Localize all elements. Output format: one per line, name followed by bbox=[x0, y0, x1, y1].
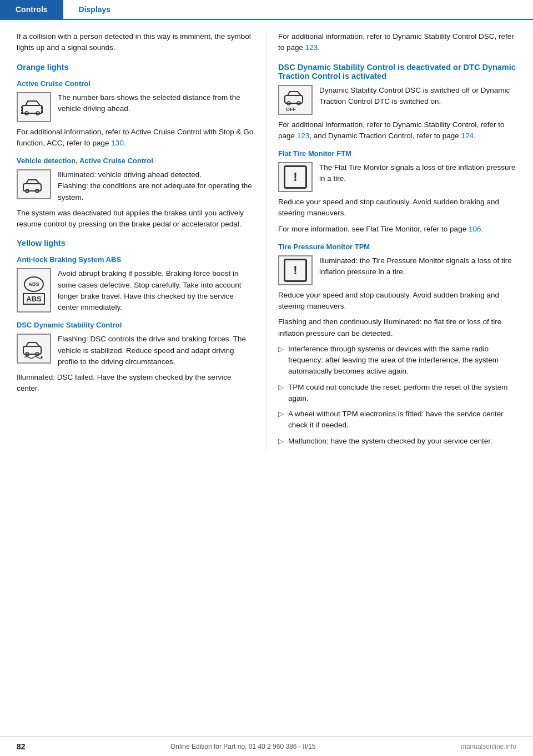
vehicle-detection-text: Illuminated: vehicle driving ahead detec… bbox=[58, 169, 255, 203]
dsc-body-text: Illuminated: DSC failed. Have the system… bbox=[17, 372, 255, 395]
main-content: If a collision with a person detected in… bbox=[0, 20, 533, 451]
abs-circle-icon: ABS bbox=[24, 276, 44, 292]
ftm-icon-text: The Flat Tire Monitor signals a loss of … bbox=[319, 162, 516, 185]
vehicle-detection-block: Illuminated: vehicle driving ahead detec… bbox=[17, 169, 255, 203]
abs-label-icon: ABS bbox=[23, 293, 44, 305]
bottom-bar: 82 Online Edition for Part no. 01 40 2 9… bbox=[0, 736, 533, 756]
tpm-bullet-list: ▷Interference through systems or devices… bbox=[278, 344, 516, 447]
bullet-arrow-icon: ▷ bbox=[278, 382, 284, 405]
tpm-icon: ! bbox=[278, 255, 313, 285]
vehicle-detection-icon bbox=[17, 169, 51, 199]
tpm-exclaim-icon: ! bbox=[284, 259, 307, 282]
abs-icon: ABS ABS bbox=[17, 268, 51, 313]
ftm-ref-label: For more information, see Flat Tire Moni… bbox=[278, 225, 469, 233]
dsc-deactivated-page2-link[interactable]: 124 bbox=[461, 132, 474, 140]
dsc-deactivated-text: Dynamic Stability Control DSC is switche… bbox=[319, 85, 516, 108]
bullet-arrow-icon: ▷ bbox=[278, 436, 284, 447]
acc-ref-text: For additional information, refer to Act… bbox=[17, 127, 255, 149]
vehicle-body-text: The system was deactivated but applies t… bbox=[17, 208, 255, 230]
tab-controls[interactable]: Controls bbox=[0, 0, 63, 19]
tpm-body2: Flashing and then continuously illuminat… bbox=[278, 316, 516, 339]
bullet-text: A wheel without TPM electronics is fitte… bbox=[288, 409, 516, 431]
tpm-block: ! Illuminated: the Tire Pressure Monitor… bbox=[278, 255, 516, 285]
tab-displays-label: Displays bbox=[79, 5, 111, 14]
svg-rect-3 bbox=[41, 107, 43, 109]
svg-rect-5 bbox=[21, 107, 23, 108]
page-number: 82 bbox=[17, 742, 26, 751]
top-navigation: Controls Displays bbox=[0, 0, 533, 20]
intro-text: If a collision with a person detected in… bbox=[17, 31, 255, 54]
dsc-icon-text: Flashing: DSC controls the drive and bra… bbox=[58, 334, 255, 367]
dsc-deactivated-block: OFF Dynamic Stability Control DSC is swi… bbox=[278, 85, 516, 115]
tab-controls-label: Controls bbox=[16, 5, 48, 14]
orange-lights-heading: Orange lights bbox=[17, 63, 255, 72]
right-column: For additional information, refer to Dyn… bbox=[266, 31, 533, 451]
footer-right-text: manualsonline.info bbox=[461, 743, 516, 750]
svg-text:OFF: OFF bbox=[286, 107, 296, 112]
tpm-icon-text: Illuminated: the Tire Pressure Monitor s… bbox=[319, 255, 516, 278]
footer-center-text: Online Edition for Part no. 01 40 2 960 … bbox=[170, 743, 316, 750]
dsc-block: Flashing: DSC controls the drive and bra… bbox=[17, 334, 255, 367]
acc-heading: Active Cruise Control bbox=[17, 79, 255, 88]
svg-rect-4 bbox=[41, 110, 43, 113]
acc-ref-label: For additional information, refer to Act… bbox=[17, 128, 253, 147]
acc-page-link[interactable]: 130 bbox=[111, 139, 124, 147]
acc-block: The number bars shows the selected dista… bbox=[17, 92, 255, 122]
dsc-ref-page-link[interactable]: 123 bbox=[305, 43, 318, 52]
acc-icon-text: The number bars shows the selected dista… bbox=[58, 92, 255, 115]
bullet-arrow-icon: ▷ bbox=[278, 344, 284, 377]
bullet-text: Malfunction: have the system checked by … bbox=[288, 436, 492, 447]
ftm-block: ! The Flat Tire Monitor signals a loss o… bbox=[278, 162, 516, 192]
dsc-deactivated-page1-link[interactable]: 123 bbox=[297, 132, 310, 140]
abs-heading: Anti-lock Braking System ABS bbox=[17, 255, 255, 264]
dsc-deactivated-icon: OFF bbox=[278, 85, 313, 115]
tab-displays[interactable]: Displays bbox=[63, 0, 127, 19]
ftm-heading: Flat Tire Monitor FTM bbox=[278, 149, 516, 158]
ftm-icon: ! bbox=[278, 162, 313, 192]
list-item: ▷Interference through systems or devices… bbox=[278, 344, 516, 377]
tpm-heading: Tire Pressure Monitor TPM bbox=[278, 243, 516, 251]
dsc-deactivated-heading: DSC Dynamic Stability Control is deactiv… bbox=[278, 63, 516, 80]
ftm-exclaim-icon: ! bbox=[284, 165, 307, 189]
vehicle-detection-heading: Vehicle detection, Active Cruise Control bbox=[17, 157, 255, 165]
list-item: ▷TPM could not conclude the reset: perfo… bbox=[278, 382, 516, 405]
ftm-body1: Reduce your speed and stop cautiously. A… bbox=[278, 196, 516, 219]
ftm-ref: For more information, see Flat Tire Moni… bbox=[278, 224, 516, 235]
tpm-body1: Reduce your speed and stop cautiously. A… bbox=[278, 290, 516, 313]
dsc-icon bbox=[17, 334, 51, 364]
yellow-lights-heading: Yellow lights bbox=[17, 239, 255, 248]
bullet-text: Interference through systems or devices … bbox=[288, 344, 516, 377]
list-item: ▷A wheel without TPM electronics is fitt… bbox=[278, 409, 516, 431]
bullet-text: TPM could not conclude the reset: perfor… bbox=[288, 382, 516, 405]
dsc-ref-text: For additional information, refer to Dyn… bbox=[278, 31, 516, 54]
acc-icon bbox=[17, 92, 51, 122]
abs-block: ABS ABS Avoid abrupt braking if possible… bbox=[17, 268, 255, 313]
dsc-deactivated-ref: For additional information, refer to Dyn… bbox=[278, 119, 516, 142]
abs-icon-text: Avoid abrupt braking if possible. Brakin… bbox=[58, 268, 255, 313]
bullet-arrow-icon: ▷ bbox=[278, 409, 284, 431]
ftm-ref-page-link[interactable]: 106 bbox=[469, 225, 481, 233]
svg-rect-7 bbox=[21, 112, 23, 114]
left-column: If a collision with a person detected in… bbox=[0, 31, 266, 451]
svg-rect-6 bbox=[21, 109, 23, 111]
dsc-heading: DSC Dynamic Stability Control bbox=[17, 321, 255, 329]
list-item: ▷Malfunction: have the system checked by… bbox=[278, 436, 516, 447]
